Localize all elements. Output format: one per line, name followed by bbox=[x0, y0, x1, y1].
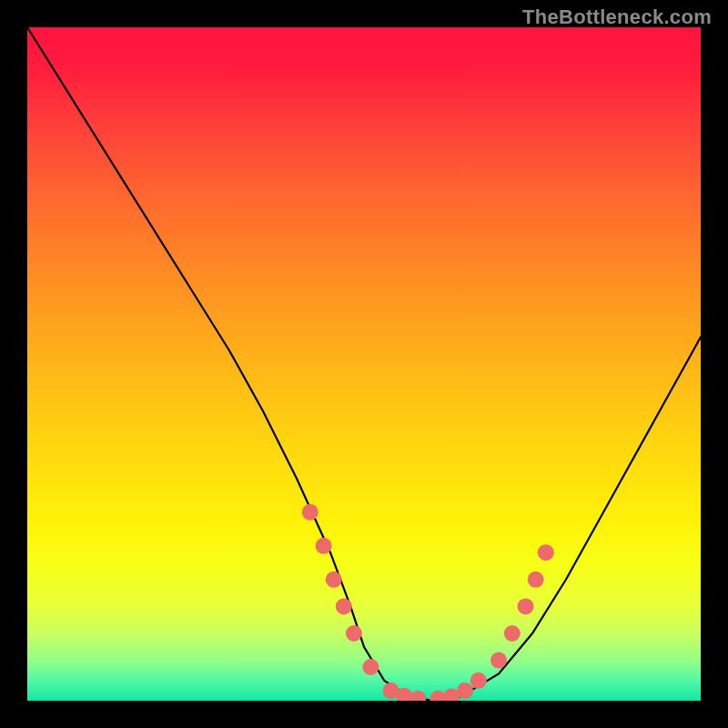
marker-dot bbox=[457, 682, 473, 699]
chart-overlay bbox=[27, 27, 701, 701]
marker-dot bbox=[538, 544, 554, 561]
chart-container: TheBottleneck.com bbox=[0, 0, 728, 728]
marker-dot bbox=[410, 691, 426, 701]
marker-dot bbox=[346, 625, 362, 642]
plot-area bbox=[27, 27, 701, 701]
marker-dot bbox=[336, 598, 352, 614]
curve-line bbox=[27, 27, 701, 701]
marker-dot bbox=[362, 659, 379, 675]
marker-dot bbox=[518, 598, 534, 614]
marker-dots bbox=[302, 504, 554, 701]
marker-dot bbox=[528, 571, 544, 588]
marker-dot bbox=[470, 672, 487, 689]
marker-dot bbox=[302, 504, 318, 521]
marker-dot bbox=[326, 571, 342, 588]
marker-dot bbox=[490, 652, 507, 669]
marker-dot bbox=[316, 538, 332, 554]
watermark-text: TheBottleneck.com bbox=[522, 5, 712, 29]
marker-dot bbox=[504, 625, 521, 642]
